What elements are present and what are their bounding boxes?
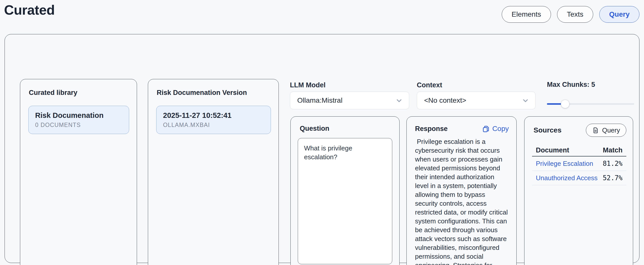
chevron-down-icon [522,97,529,104]
library-item-meta: 0 DOCUMENTS [35,122,122,128]
document-icon [592,127,599,134]
tab-query[interactable]: Query [599,6,639,23]
version-heading: Risk Documenation Version [157,89,271,97]
table-row: Unauthorized Access 52.7% [532,171,626,185]
context-select[interactable]: <No context> [417,92,536,109]
copy-button[interactable]: Copy [482,125,509,133]
source-match-value: 81.2% [603,160,623,167]
main-panel: Curated library Risk Documenation 0 DOCU… [5,34,639,263]
question-card: Question What is privilege escalation? Q… [290,116,400,265]
llm-model-label: LLM Model [290,81,409,89]
library-item-name: Risk Documenation [35,111,122,120]
response-text: Privilege escalation is a cybersecurity … [415,137,509,265]
sources-table-header: Document Match [532,144,626,156]
version-card: Risk Documenation Version 2025-11-27 10:… [148,79,279,265]
context-value: <No context> [424,96,466,104]
slider-fill [547,103,563,105]
llm-model-group: LLM Model Ollama:Mistral [290,81,409,109]
sources-table: Document Match Privilege Escalation 81.2… [532,144,626,185]
sources-query-button[interactable]: Query [586,124,626,137]
chevron-down-icon [395,97,403,104]
table-row: Privilege Escalation 81.2% [532,156,626,171]
max-chunks-group: Max Chunks: 5 [547,81,634,108]
response-card: Response Copy Privilege escalation is a … [406,116,517,265]
copy-label: Copy [492,125,509,133]
source-document-link[interactable]: Privilege Escalation [536,160,603,168]
copy-icon [482,125,490,133]
sources-query-label: Query [602,126,620,134]
response-heading: Response [415,125,448,133]
slider-thumb[interactable] [561,100,569,108]
curated-library-card: Curated library Risk Documenation 0 DOCU… [20,79,137,265]
col-match: Match [603,146,623,154]
max-chunks-label: Max Chunks: 5 [547,81,634,89]
curated-library-heading: Curated library [29,89,129,97]
llm-model-value: Ollama:Mistral [297,96,342,104]
max-chunks-slider[interactable] [547,100,634,108]
question-heading: Question [300,125,392,132]
library-item-risk-documenation[interactable]: Risk Documenation 0 DOCUMENTS [28,106,129,134]
context-label: Context [417,81,536,89]
version-item[interactable]: 2025-11-27 10:52:41 OLLAMA.MXBAI [156,106,271,134]
sources-heading: Sources [534,126,562,134]
context-group: Context <No context> [417,81,536,109]
llm-model-select[interactable]: Ollama:Mistral [290,92,409,109]
curated-page: Curated Elements Texts Query Curated lib… [0,0,644,265]
question-input[interactable]: What is privilege escalation? [298,138,392,264]
page-title: Curated [4,2,55,18]
source-match-value: 52.7% [603,174,623,182]
col-document: Document [536,146,603,154]
source-document-link[interactable]: Unauthorized Access [536,174,603,182]
version-item-meta: OLLAMA.MXBAI [163,122,264,128]
sources-card: Sources Query Document Match Privilege E… [524,116,633,265]
version-item-name: 2025-11-27 10:52:41 [163,111,264,120]
top-nav: Elements Texts Query [502,6,639,23]
tab-texts[interactable]: Texts [557,6,593,23]
tab-elements[interactable]: Elements [502,6,551,23]
